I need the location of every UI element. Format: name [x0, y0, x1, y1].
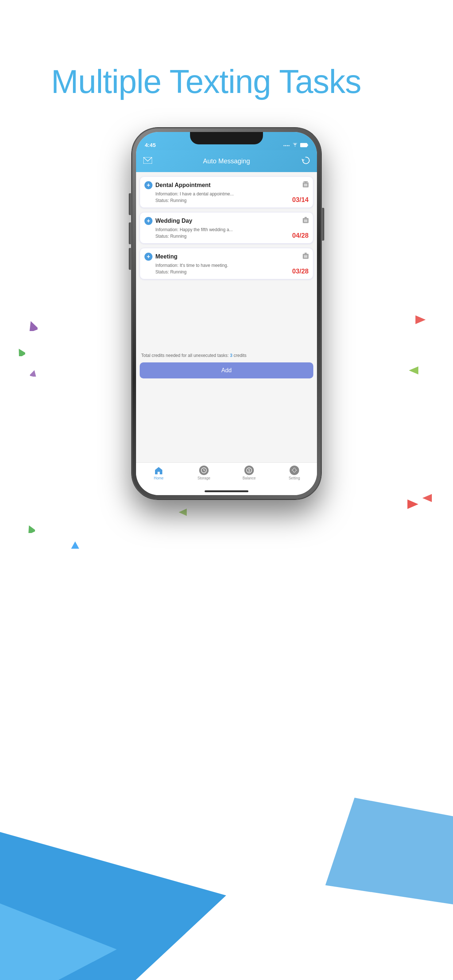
svg-rect-20	[305, 217, 307, 218]
nav-item-home[interactable]: Home	[136, 466, 181, 480]
refresh-icon[interactable]	[301, 156, 309, 166]
task-info-3: Information: It's time to have meeting. …	[155, 262, 309, 275]
phone-notch	[190, 132, 263, 145]
task-card-2-header: + Wedding Day	[144, 217, 309, 225]
battery-icon	[300, 143, 308, 148]
svg-marker-8	[179, 509, 187, 516]
confetti-8	[71, 541, 79, 550]
screen-content: + Dental Appointment	[136, 172, 317, 462]
task-name-3: Meeting	[155, 253, 303, 260]
confetti-6	[407, 500, 418, 511]
task-name-2: Wedding Day	[155, 218, 303, 224]
task-delete-2[interactable]	[303, 217, 309, 225]
task-card-1[interactable]: + Dental Appointment	[140, 177, 313, 208]
confetti-3	[16, 348, 25, 358]
task-date-2: 04/28	[292, 232, 309, 240]
svg-rect-11	[308, 145, 308, 146]
task-info-1: Information: I have a dental appointme..…	[155, 191, 309, 204]
home-indicator	[205, 490, 248, 492]
task-name-1: Dental Appointment	[155, 182, 303, 188]
app-header-title: Auto Messaging	[203, 158, 250, 165]
task-info-2: Information: Happy the fifth wedding a..…	[155, 226, 309, 240]
task-date-1: 03/14	[292, 196, 309, 204]
phone-screen: 4:45 ••••	[136, 132, 317, 495]
confetti-1	[27, 321, 38, 332]
nav-item-storage[interactable]: Storage	[181, 466, 226, 480]
confetti-4	[30, 370, 37, 378]
svg-marker-0	[27, 321, 38, 331]
task-delete-3[interactable]	[303, 253, 309, 261]
confetti-5	[409, 366, 418, 376]
status-icons: ••••	[283, 143, 308, 148]
wifi-icon	[292, 143, 298, 148]
home-icon	[154, 466, 163, 475]
task-date-3: 03/28	[292, 267, 309, 275]
add-button[interactable]: Add	[140, 363, 313, 379]
task-expand-icon-2[interactable]: +	[144, 217, 152, 225]
task-card-3[interactable]: + Meeting Inf	[140, 248, 313, 279]
task-card-2[interactable]: + Wedding Day	[140, 212, 313, 243]
nav-label-home: Home	[154, 476, 164, 480]
svg-marker-2	[16, 348, 25, 356]
app-header: Auto Messaging	[136, 150, 317, 172]
envelope-icon[interactable]	[144, 156, 152, 166]
svg-marker-1	[415, 315, 426, 324]
svg-marker-7	[71, 541, 79, 549]
svg-marker-5	[407, 500, 418, 509]
clock-icon	[199, 466, 209, 475]
confetti-10	[423, 494, 432, 503]
content-spacer	[136, 284, 317, 349]
nav-item-setting[interactable]: Setting	[272, 466, 317, 480]
phone-device: 4:45 ••••	[132, 127, 321, 500]
task-card-3-header: + Meeting	[144, 253, 309, 261]
nav-item-balance[interactable]: $ Balance	[226, 466, 272, 480]
gear-icon	[290, 466, 299, 475]
page-title: Multiple Texting Tasks	[51, 63, 361, 100]
task-expand-icon-3[interactable]: +	[144, 253, 152, 261]
footer-credits: Total credits needed for all unexecuted …	[136, 349, 317, 360]
confetti-9	[179, 509, 187, 517]
task-delete-1[interactable]	[303, 181, 309, 189]
bg-shape-right	[325, 798, 453, 907]
svg-marker-9	[423, 494, 432, 502]
task-expand-icon-1[interactable]: +	[144, 181, 152, 189]
svg-marker-6	[26, 525, 35, 533]
svg-text:$: $	[248, 468, 250, 473]
dollar-icon: $	[244, 466, 254, 475]
task-card-1-header: + Dental Appointment	[144, 181, 309, 189]
svg-marker-4	[409, 366, 418, 374]
confetti-7	[26, 525, 35, 535]
nav-label-setting: Setting	[289, 476, 300, 480]
svg-marker-3	[30, 370, 37, 377]
svg-rect-25	[305, 253, 307, 254]
nav-label-balance: Balance	[242, 476, 256, 480]
svg-rect-10	[300, 143, 307, 147]
signal-icon: ••••	[283, 144, 290, 148]
confetti-2	[415, 315, 426, 326]
phone-outer-shell: 4:45 ••••	[132, 127, 321, 500]
nav-label-storage: Storage	[197, 476, 210, 480]
